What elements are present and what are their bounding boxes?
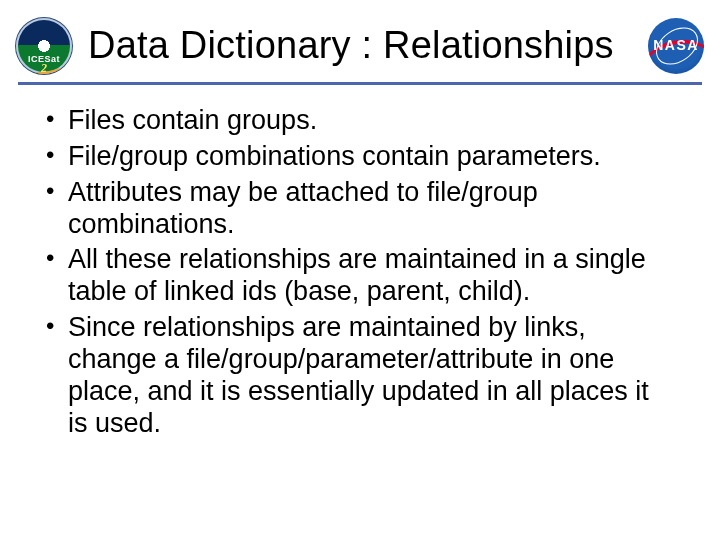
list-item: Files contain groups. <box>46 105 674 137</box>
list-item: Attributes may be attached to file/group… <box>46 177 674 241</box>
slide-title: Data Dictionary : Relationships <box>88 26 636 66</box>
nasa-logo: NASA <box>648 18 704 74</box>
icesat-sublabel: 2 <box>16 61 72 74</box>
slide: ICESat 2 Data Dictionary : Relationships… <box>0 0 720 540</box>
header-divider <box>18 82 702 85</box>
header-row: ICESat 2 Data Dictionary : Relationships… <box>16 18 704 74</box>
list-item: File/group combinations contain paramete… <box>46 141 674 173</box>
icesat-badge-icon: ICESat 2 <box>16 18 72 74</box>
slide-header: ICESat 2 Data Dictionary : Relationships… <box>16 0 704 85</box>
list-item: All these relationships are maintained i… <box>46 244 674 308</box>
slide-body: Files contain groups. File/group combina… <box>0 85 720 440</box>
nasa-badge-icon: NASA <box>648 18 704 74</box>
bullet-list: Files contain groups. File/group combina… <box>46 105 674 440</box>
nasa-label: NASA <box>648 37 704 53</box>
list-item: Since relationships are maintained by li… <box>46 312 674 439</box>
icesat-logo: ICESat 2 <box>16 18 72 74</box>
